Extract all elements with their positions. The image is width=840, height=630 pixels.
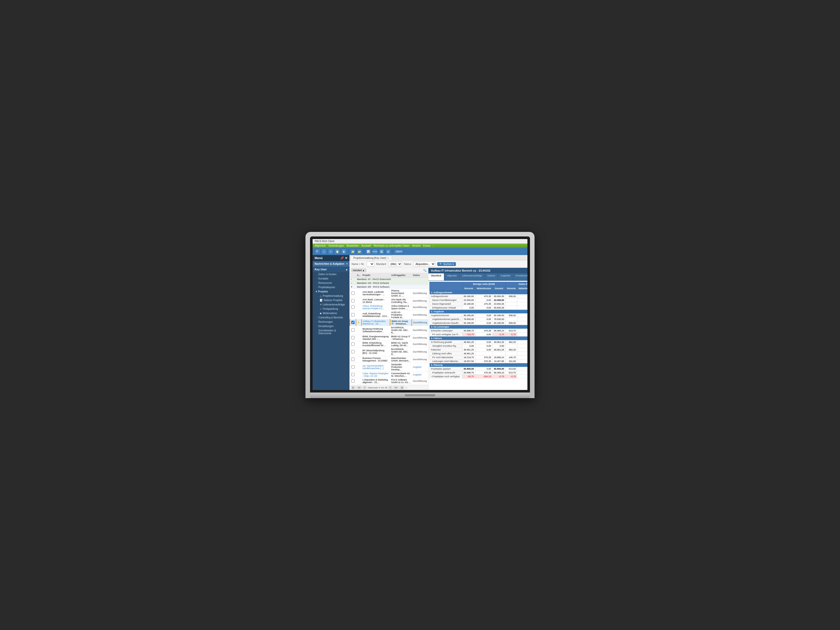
- project-name[interactable]: Coba, Akquise-Strategien - Akqu.-22.122: [362, 372, 390, 378]
- expand-icon[interactable]: ›: [431, 375, 432, 378]
- row-checkbox[interactable]: [351, 358, 355, 361]
- row-checkbox[interactable]: [351, 291, 355, 295]
- filter-status-select[interactable]: Akquisition...: [413, 261, 435, 267]
- row-checkbox[interactable]: [351, 379, 355, 382]
- nav-next-button[interactable]: >: [388, 386, 392, 389]
- mandant-sort-button[interactable]: Mandant ▲: [351, 268, 366, 272]
- grid-icon[interactable]: ⊞: [385, 249, 391, 254]
- menu-bar[interactable]: Allgemein Verbindungen Bearbeiten Auswah…: [313, 243, 527, 248]
- sidebar-item-ressourcen[interactable]: › Ressourcen: [313, 281, 349, 285]
- project-name[interactable]: Airbus, Entwicklung internes Projekt-Co.…: [362, 304, 390, 311]
- sidebar-item-kontakte[interactable]: › Kontakte: [313, 276, 349, 281]
- copy-icon[interactable]: 📋: [335, 249, 340, 254]
- sidebar-item-fertigstellung[interactable]: ✓ Fertigstellung: [313, 307, 349, 311]
- nav-next-next-button[interactable]: >>: [393, 386, 399, 389]
- sidebar-cat-projekte[interactable]: ▾ Projekte: [313, 289, 349, 294]
- row-checkbox[interactable]: [351, 350, 355, 353]
- sidebar-item-schnittstellen[interactable]: › Schnittstellen & Dokumente: [313, 328, 349, 335]
- row-checkbox[interactable]: [351, 328, 355, 332]
- row-checkbox[interactable]: [351, 373, 355, 376]
- table-row[interactable]: Business Process Management - 23.03982 M…: [350, 356, 428, 363]
- table-row[interactable]: AHA Bank, Laufende Serviceleistungen - .…: [350, 289, 428, 298]
- project-name[interactable]: car, Ing-Konstruktion Sondermaschine [..…: [362, 363, 390, 372]
- project-name[interactable]: bP Ultraschallprüfung [BC] - 22.1032: [362, 347, 390, 356]
- html-icon[interactable]: HTML: [372, 249, 378, 254]
- table-row[interactable]: AHA Bank, Lizenzen - 22.38410 AHA Bank A…: [350, 298, 428, 304]
- table-row[interactable]: I-Akquisition & Marketing allgemein - 23…: [350, 378, 428, 384]
- project-name[interactable]: AHA Bank, Laufende Serviceleistungen - .…: [362, 289, 390, 298]
- delete-icon[interactable]: 🗑: [341, 249, 347, 254]
- row-checkbox[interactable]: [351, 365, 355, 369]
- table-row[interactable]: BMW, Energieversorgung Standort DEF -...…: [350, 335, 428, 341]
- folder2-icon[interactable]: 📂: [357, 249, 362, 254]
- sidebar-item-notizen[interactable]: 📝 Notizen Projekte: [313, 298, 349, 302]
- project-name[interactable]: Aufbau IT Infrastruktur Bereich xy - 23.…: [362, 319, 390, 326]
- detail-tab-angebote[interactable]: Angebote: [498, 273, 513, 281]
- sidebar-pin-icon[interactable]: 📌: [340, 256, 344, 260]
- sidebar-item-controlling[interactable]: › Controlling & Berichte: [313, 316, 349, 320]
- menu-wechseln[interactable]: Wechseln zu verknüpften Daten: [374, 244, 410, 247]
- sidebar-item-projektakquise[interactable]: › Projektakquise: [313, 285, 349, 289]
- detail-tab-überblick[interactable]: Überblick: [428, 273, 444, 281]
- sidebar-close-icon[interactable]: ✕: [345, 256, 347, 260]
- project-name[interactable]: Business Process Management - 23.03982: [362, 356, 390, 363]
- sidebar-item-rechnungen[interactable]: › Rechnungen: [313, 320, 349, 324]
- menu-ansicht[interactable]: Ansicht: [412, 244, 420, 247]
- table-row[interactable]: car, Ing-Konstruktion Sondermaschine [..…: [350, 363, 428, 372]
- row-checkbox[interactable]: [351, 336, 355, 339]
- project-name[interactable]: I-Akquisition & Marketing allgemein - 23…: [362, 378, 390, 384]
- sidebar-item-zeiten[interactable]: › Zeiten & Kosten: [313, 272, 349, 276]
- nav-last-button[interactable]: >|: [399, 386, 404, 389]
- image-icon[interactable]: 🖼: [379, 249, 384, 254]
- project-name[interactable]: Audi, Entwicklung Mobilitätskonzept - 23…: [362, 311, 390, 319]
- add-icon[interactable]: +: [328, 249, 333, 254]
- nav-prev-button[interactable]: <: [363, 386, 366, 389]
- mandant-at-expand[interactable]: ›: [350, 278, 356, 281]
- sidebar-item-meilensteine[interactable]: ◆ Meilensteine: [313, 311, 349, 316]
- sidebar-item-lieferanten[interactable]: ✕ Lieferantenaufträge: [313, 302, 349, 307]
- mandant-ch-expand[interactable]: ›: [350, 281, 356, 285]
- row-checkbox[interactable]: [351, 343, 355, 346]
- row-checkbox[interactable]: [351, 299, 355, 302]
- table-row[interactable]: Audi, Entwicklung Mobilitätskonzept - 23…: [350, 311, 428, 319]
- chart-icon[interactable]: 📊: [366, 249, 371, 254]
- sidebar-item-projektverwaltung[interactable]: △ Projektverwaltung: [313, 294, 349, 298]
- folder-icon[interactable]: 📁: [350, 249, 355, 254]
- project-name[interactable]: BMW, Energieversorgung Standort DEF -...: [362, 335, 390, 341]
- table-row[interactable]: bP Ultraschallprüfung [BC] - 22.1032 BAY…: [350, 347, 428, 356]
- menu-verbindungen[interactable]: Verbindungen: [328, 244, 344, 247]
- tab-close-icon[interactable]: ✕: [387, 257, 389, 259]
- menu-extras[interactable]: Extras: [423, 244, 430, 247]
- row-checkbox[interactable]: [351, 305, 355, 309]
- menu-auswahl[interactable]: Auswahl: [362, 244, 371, 247]
- sidebar-section-nachrichten[interactable]: Nachrichten & Aufgaben ▾: [313, 261, 349, 267]
- jira-button[interactable]: Jira ▾: [394, 249, 403, 254]
- filter-name-select[interactable]: [366, 261, 374, 267]
- detail-tab-notizen[interactable]: Notizen: [485, 273, 498, 281]
- search-icon[interactable]: 🔍: [314, 249, 320, 254]
- menu-allgemein[interactable]: Allgemein: [314, 244, 326, 247]
- nav-prev-prev-button[interactable]: <<: [357, 386, 362, 389]
- filter-mandant-select[interactable]: (Alle): [388, 261, 402, 267]
- tab-projektverwaltung[interactable]: Projektverwaltung [Key User] ✕: [351, 256, 392, 260]
- row-checkbox[interactable]: [351, 313, 355, 316]
- search-button[interactable]: 🔍 Suchen ▾: [437, 262, 456, 266]
- table-row[interactable]: Beratung Förderung Softwareinnovation...…: [350, 326, 428, 335]
- mandant-de-expand[interactable]: ▾: [350, 285, 356, 289]
- list-search-icon[interactable]: 🔍: [423, 269, 426, 272]
- detail-tab-provisionen[interactable]: Provisionen: [513, 273, 527, 281]
- home-icon[interactable]: ⌂: [321, 249, 327, 254]
- table-row[interactable]: Coba, Akquise-Strategien - Akqu.-22.122 …: [350, 372, 428, 378]
- sidebar-key-user[interactable]: Key User ▴: [313, 267, 349, 272]
- sidebar-item-einstellungen[interactable]: › Einstellungen: [313, 324, 349, 328]
- table-row[interactable]: Airbus, Entwicklung internes Projekt-Co.…: [350, 304, 428, 311]
- table-row[interactable]: BMW, Entwicklung Kunststoffforentel für …: [350, 341, 428, 347]
- project-name[interactable]: BMW, Entwicklung Kunststoffforentel für …: [362, 341, 390, 347]
- menu-bearbeiten[interactable]: Bearbeiten: [347, 244, 359, 247]
- project-name[interactable]: AHA Bank, Lizenzen - 22.38410: [362, 298, 390, 304]
- detail-tab-allgemein[interactable]: Allgemein: [444, 273, 460, 281]
- detail-tab-lieferantenauftraege[interactable]: Lieferantenaufträge: [460, 273, 485, 281]
- nav-first-button[interactable]: |<: [351, 386, 355, 389]
- table-row-selected[interactable]: ★ Aufbau IT Infrastruktur Bereich xy - 2…: [350, 319, 428, 326]
- project-name[interactable]: Beratung Förderung Softwareinnovation...: [362, 326, 390, 335]
